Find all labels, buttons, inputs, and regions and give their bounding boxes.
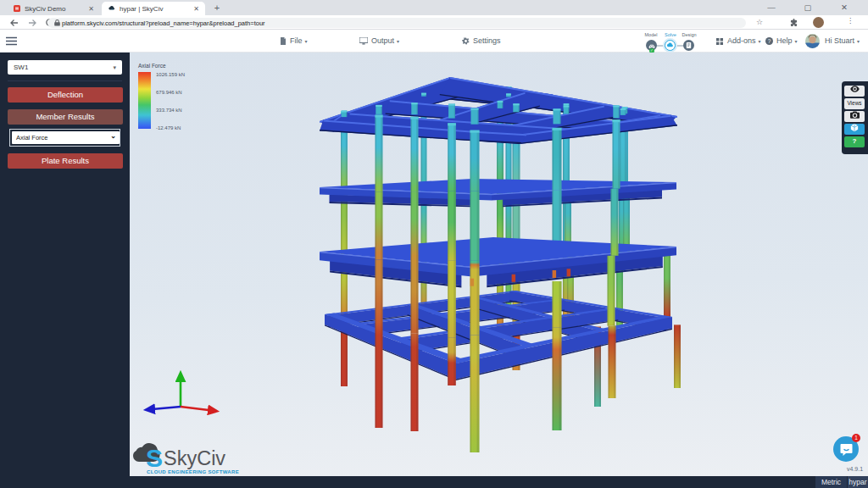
svg-text:?: ? [768,38,771,44]
svg-text:CLOUD ENGINEERING SOFTWARE: CLOUD ENGINEERING SOFTWARE [147,469,239,474]
svg-text:S: S [146,444,163,472]
svg-text:SkyCiv: SkyCiv [164,447,225,469]
